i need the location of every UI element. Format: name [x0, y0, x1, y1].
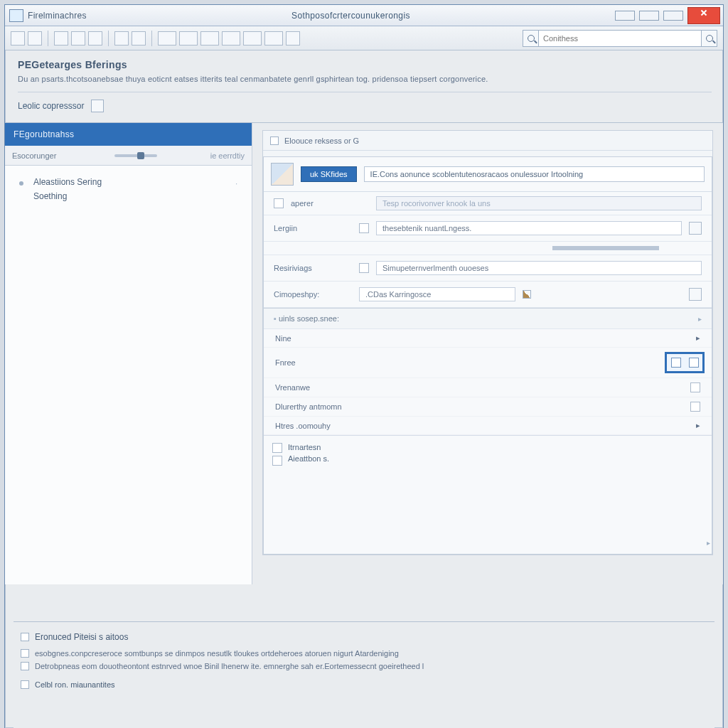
document-title: Sothposofcrtercounukerongis [87, 11, 615, 21]
sidebar-filter-bar: Esocorunger ie eerrdtiy [5, 146, 252, 166]
page-title: PEGetearges Bferings [18, 59, 712, 70]
prop-label: Fnree [275, 358, 296, 367]
note-icon [272, 443, 282, 453]
toolbar-button-13[interactable] [264, 31, 283, 46]
toolbar-button-10[interactable] [200, 31, 219, 46]
toggle-left-icon [671, 358, 681, 368]
toolbar-button-8[interactable] [158, 31, 176, 46]
titlebar: Firelminachres Sothposofcrtercounukerong… [5, 5, 723, 26]
aperer-field[interactable]: Tesp rocorivonver knook la uns [376, 196, 702, 210]
toolbar-button-1[interactable] [11, 31, 25, 46]
toolbar-separator [108, 31, 109, 46]
sidebar-item-label: Aleastiions Sering [33, 177, 102, 187]
panel-head-label: Eloouce reksess or G [284, 136, 359, 145]
restrict-field[interactable]: Simupeternverlmenth ouoeses [376, 261, 702, 275]
toolbar-button-14[interactable] [286, 31, 300, 46]
note-icon [272, 456, 282, 466]
sidebar-filter-left: Esocorunger [12, 151, 56, 160]
prop-fnree[interactable]: Fnree [264, 348, 712, 378]
panel-head: Eloouce reksess or G [263, 131, 712, 151]
sidebar-item-label: Soething [33, 191, 102, 201]
page-subtitle: Du an psarts.thcotsoanebsae thuya eoticn… [18, 75, 712, 83]
row-label: Lergiin [274, 224, 352, 232]
chevron-down-icon: ▸ [698, 315, 702, 323]
sidebar-slider[interactable] [114, 154, 157, 157]
footer-title-row: Eronuced Piteisi s aitoos [21, 632, 707, 642]
prop-label: Dlurerthy antmomn [275, 402, 342, 411]
toolbar-separator [48, 31, 48, 46]
close-button[interactable] [687, 7, 720, 24]
sidebar: FEgorubtnahss Esocorunger ie eerrdtiy Al… [5, 123, 252, 584]
sidebar-tree: Aleastiions Sering Soething · [5, 166, 252, 584]
toolbar-button-9[interactable] [179, 31, 198, 46]
pencil-icon[interactable] [523, 290, 531, 299]
prop-toggle-highlight[interactable] [665, 352, 705, 373]
prop-venanwe[interactable]: Vrenanwe [264, 378, 712, 397]
row-length: Lergiin thesebtenik nuantLngess. [264, 215, 712, 242]
toolbar [5, 26, 723, 50]
bullet-icon [21, 662, 29, 670]
sidebar-item-application-setting[interactable]: Aleastiions Sering Soething · [11, 174, 246, 204]
footer-line-2: Detrobpneas eom douotheontont estnrved w… [21, 662, 707, 670]
props-section-header[interactable]: ▪ uinls sosep.snee: ▸ [264, 308, 712, 329]
card-top: uk SKfides [264, 157, 712, 192]
main-column: Eloouce reksess or G uk SKfides aperer T… [252, 123, 723, 584]
search-box [523, 30, 717, 47]
footer-panel: Eronuced Piteisi s aitoos esobgnes.conpc… [14, 621, 714, 728]
toolbar-button-6[interactable] [114, 31, 129, 46]
composer-dropdown[interactable] [91, 100, 104, 112]
progress-bar [552, 246, 659, 250]
bullet-icon [21, 649, 29, 658]
prop-diverts[interactable]: Dlurerthy antmomn [264, 397, 712, 417]
composer-row: Leolic copresssor [18, 92, 712, 112]
toolbar-button-2[interactable] [28, 31, 42, 46]
toolbar-separator [151, 31, 152, 46]
footer-link[interactable]: Celbl ron. miaunantites [21, 680, 707, 689]
footer-title: Eronuced Piteisi s aitoos [35, 632, 128, 642]
toggle-icon [690, 402, 700, 412]
card-chip[interactable]: uk SKfides [301, 166, 357, 182]
compose-field[interactable]: .CDas Karringosce [359, 287, 515, 301]
body-split: FEgorubtnahss Esocorunger ie eerrdtiy Al… [5, 122, 723, 584]
section-label: uinls sosep.snee: [279, 314, 339, 323]
minimize-button[interactable] [615, 11, 635, 21]
search-input[interactable] [538, 30, 702, 47]
help-button[interactable] [663, 11, 683, 21]
scroll-indicator: ▸ [707, 539, 710, 547]
toolbar-button-7[interactable] [132, 31, 146, 46]
app-name: Firelminachres [28, 11, 87, 21]
card-footer-note: Itrnartesn Aieattbon s. [264, 435, 712, 473]
footer-line-1: esobgnes.conpcreseroce somtbunps se dinm… [21, 649, 707, 658]
toggle-icon [690, 382, 700, 392]
row-icon [359, 263, 369, 273]
toolbar-button-11[interactable] [222, 31, 240, 46]
sidebar-filter-right: ie eerrdtiy [210, 151, 245, 160]
card-title-input[interactable] [364, 166, 705, 182]
toolbar-button-5[interactable] [88, 31, 102, 46]
panel-head-icon [270, 136, 279, 145]
compose-picker-button[interactable] [689, 288, 702, 301]
chevron-icon: ▸ [696, 421, 700, 430]
composer-label: Leolic copresssor [18, 101, 84, 111]
prop-nine[interactable]: Nine ▸ [264, 329, 712, 348]
chevron-right-icon: · [235, 177, 243, 188]
prop-htes[interactable]: Htres .oomouhy ▸ [264, 417, 712, 435]
bullet-icon [19, 181, 23, 186]
row-icon [359, 223, 369, 233]
footer-text: Detrobpneas eom douotheontont estnrved w… [35, 662, 424, 670]
page-header: PEGetearges Bferings Du an psarts.thcots… [5, 50, 723, 117]
toolbar-button-12[interactable] [243, 31, 262, 46]
search-icon [528, 35, 535, 42]
row-compose: Cimopeshpy: .CDas Karringosce [264, 282, 712, 308]
row-restrict: Resiriviags Simupeternverlmenth ouoeses [264, 255, 712, 282]
details-panel: Eloouce reksess or G uk SKfides aperer T… [262, 130, 713, 555]
toolbar-button-4[interactable] [71, 31, 85, 46]
toolbar-button-3[interactable] [54, 31, 68, 46]
row-label: aperer [291, 199, 369, 208]
maximize-button[interactable] [639, 11, 659, 21]
length-field[interactable]: thesebtenik nuantLngess. [376, 221, 682, 235]
length-picker-button[interactable] [689, 222, 702, 235]
search-go-button[interactable] [702, 30, 717, 47]
sidebar-header: FEgorubtnahss [5, 123, 252, 146]
prop-label: Htres .oomouhy [275, 422, 331, 430]
